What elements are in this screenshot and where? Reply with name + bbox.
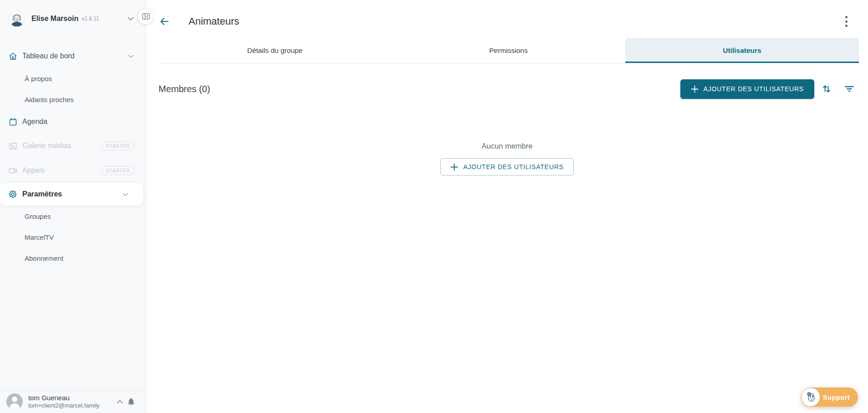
tab-permissions[interactable]: Permissions [392,38,625,63]
add-users-button[interactable]: AJOUTER DES UTILISATEURS [680,79,814,99]
sidebar-item-agenda[interactable]: Agenda [0,110,146,134]
home-icon [8,51,18,61]
calendar-icon [8,117,18,127]
sidebar-item-label: Tableau de bord [22,52,75,60]
empty-add-users-button[interactable]: AJOUTER DES UTILISATEURS [440,158,573,176]
gallery-icon [8,141,18,151]
members-heading: Membres (0) [158,84,210,94]
sidebar-item-groupes[interactable]: Groupes [0,206,146,227]
sidebar-item-marceltv[interactable]: MarcelTV [0,227,146,248]
sidebar: Elise Marsoin v1.8.11 Tableau de bord À … [0,0,146,413]
app-version: v1.8.11 [82,15,99,22]
kebab-menu-icon[interactable] [838,14,854,29]
back-arrow-icon[interactable] [158,15,170,28]
sidebar-nav: Tableau de bord À propos Aidants proches… [0,38,146,390]
sort-arrows-icon[interactable] [819,81,834,97]
sidebar-item-a-propos[interactable]: À propos [0,68,146,89]
sidebar-item-label: Agenda [22,118,47,126]
gear-icon [8,189,18,199]
footer-user-email: tom+client2@marcel.family [28,402,100,409]
sidebar-item-abonnement[interactable]: Abonnement [0,248,146,268]
video-camera-icon [8,165,18,176]
sidebar-footer: tom Gueneau tom+client2@marcel.family [0,390,146,413]
user-avatar [9,11,25,26]
sidebar-item-galerie-medias[interactable]: Galerie médias STARTER [0,134,146,158]
sidebar-item-label: Abonnement [25,254,63,262]
chevron-down-icon[interactable] [128,15,134,23]
sidebar-item-label: Aidants proches [25,96,74,103]
page-title: Animateurs [189,15,239,27]
empty-state-text: Aucun membre [146,142,868,150]
support-button[interactable]: Support [801,387,858,407]
add-users-button-label: AJOUTER DES UTILISATEURS [704,85,804,93]
sidebar-user-name: Elise Marsoin [31,15,78,23]
support-avatar-icon [802,388,820,406]
footer-user-name: tom Gueneau [28,394,100,403]
main-area: Animateurs Détails du groupe Permissions… [146,0,868,413]
sidebar-item-label: Appels [22,166,45,175]
filter-icon[interactable] [842,81,857,97]
chevron-down-icon [123,190,128,198]
sidebar-item-parametres[interactable]: Paramètres [0,183,143,206]
tab-utilisateurs[interactable]: Utilisateurs [625,38,859,63]
support-button-label: Support [822,393,850,401]
members-toolbar: Membres (0) AJOUTER DES UTILISATEURS [146,78,868,100]
empty-state: Aucun membre AJOUTER DES UTILISATEURS [146,142,868,176]
page-header: Animateurs [146,0,868,29]
sidebar-item-label: À propos [25,75,52,83]
starter-badge: STARTER [101,166,135,175]
sidebar-header[interactable]: Elise Marsoin v1.8.11 [0,0,146,38]
sidebar-item-label: Paramètres [22,190,62,198]
sidebar-item-tableau-de-bord[interactable]: Tableau de bord [0,44,146,68]
chevron-up-icon[interactable] [117,398,123,406]
tab-bar: Détails du groupe Permissions Utilisateu… [158,38,859,63]
plus-icon [450,163,458,171]
sidebar-item-aidants-proches[interactable]: Aidants proches [0,89,146,110]
avatar [6,393,23,410]
plus-icon [691,85,699,93]
sidebar-item-label: Galerie médias [22,142,71,150]
starter-badge: STARTER [101,141,135,150]
empty-add-users-button-label: AJOUTER DES UTILISATEURS [463,163,563,170]
sidebar-item-appels[interactable]: Appels STARTER [0,158,146,183]
bell-icon[interactable] [127,397,136,406]
tab-details-du-groupe[interactable]: Détails du groupe [158,38,392,63]
sidebar-item-label: MarcelTV [25,233,54,241]
sidebar-item-label: Groupes [25,212,51,220]
chevron-down-icon [128,52,134,60]
collapse-panel-icon[interactable] [138,9,153,24]
